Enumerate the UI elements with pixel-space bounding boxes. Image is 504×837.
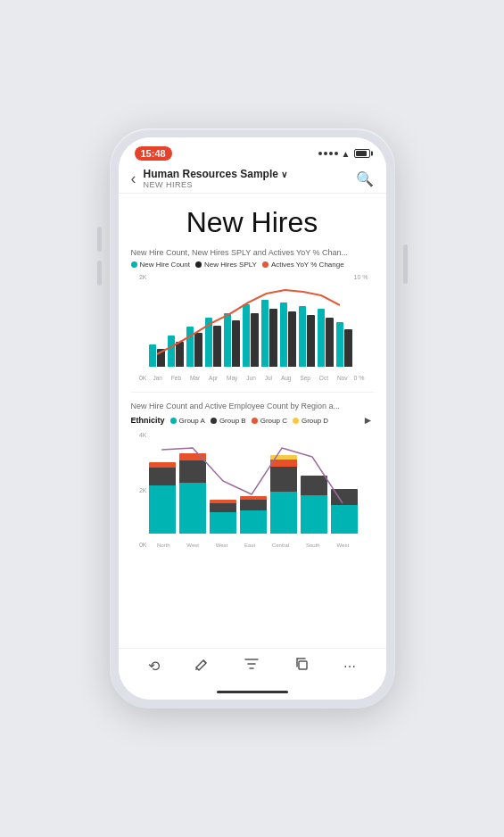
chart2-line-svg: [149, 432, 358, 534]
chart2-next-icon[interactable]: ►: [363, 414, 374, 427]
nav-bar: ‹ Human Resources Sample ∨ NEW HIRES 🔍: [119, 164, 386, 194]
nav-title-text: Human Resources Sample: [144, 168, 278, 180]
legend-dot-sply: [195, 261, 202, 268]
copy-button[interactable]: [293, 656, 310, 676]
highlight-button[interactable]: [194, 656, 210, 676]
chart1-legend: New Hire Count New Hires SPLY Actives Yo…: [131, 261, 374, 269]
undo-button[interactable]: ⟲: [148, 658, 160, 675]
legend-item-groupB: Group B: [211, 417, 246, 425]
chart2-x-labels: North West West East Central South West: [149, 543, 358, 548]
filter-button[interactable]: [244, 656, 260, 676]
legend-dot-actives: [262, 261, 269, 268]
page-content: New Hires New Hire Count, New Hires SPLY…: [119, 194, 386, 648]
status-bar: 15:48 ▲: [119, 137, 386, 164]
home-bar: [217, 691, 288, 693]
legend-dot-groupD: [293, 418, 299, 424]
chart2-section: New Hire Count and Active Employee Count…: [119, 393, 386, 559]
toolbar: ⟲ ⋯: [119, 648, 386, 684]
chart2-title: New Hire Count and Active Employee Count…: [131, 402, 374, 410]
nav-subtitle: NEW HIRES: [144, 180, 356, 189]
legend-dot-groupC: [252, 418, 258, 424]
chart1-y-left: 2K 0K: [131, 274, 147, 381]
legend-item-sply: New Hires SPLY: [195, 261, 257, 269]
search-icon[interactable]: 🔍: [356, 170, 374, 187]
chart1-section: New Hire Count, New Hires SPLY and Activ…: [119, 248, 386, 392]
phone-screen: 15:48 ▲ ‹ Human Resources Sample: [119, 137, 386, 700]
vol-up-button[interactable]: [97, 227, 102, 252]
ethnicity-label: Ethnicity: [131, 416, 165, 425]
legend-label-newhirecount: New Hire Count: [140, 261, 190, 269]
chart1-title: New Hire Count, New Hires SPLY and Activ…: [131, 248, 374, 257]
battery-icon: [354, 149, 370, 158]
status-icons: ▲: [318, 149, 370, 159]
wifi-icon: ▲: [342, 149, 351, 159]
legend-item-actives: Actives YoY % Change: [262, 261, 344, 269]
phone-shell: 15:48 ▲ ‹ Human Resources Sample: [110, 128, 395, 709]
more-button[interactable]: ⋯: [343, 659, 357, 674]
legend-label-sply: New Hires SPLY: [204, 261, 257, 269]
chart1-x-labels: Jan Feb Mar Apr May Jun Jul Aug Sep Oct …: [149, 375, 352, 381]
chart2-area: 4K 2K 0K: [131, 432, 374, 548]
nav-chevron-icon: ∨: [281, 170, 287, 179]
legend-item-groupD: Group D: [293, 417, 328, 425]
svg-rect-0: [299, 661, 307, 669]
chart2-y-left: 4K 2K 0K: [131, 432, 147, 548]
back-button[interactable]: ‹: [131, 170, 136, 188]
signal-icon: [318, 152, 338, 155]
nav-title-block: Human Resources Sample ∨ NEW HIRES: [144, 168, 356, 189]
status-time: 15:48: [135, 146, 172, 161]
legend-label-actives: Actives YoY % Change: [271, 261, 344, 269]
chart1-line-svg: [149, 274, 352, 367]
home-indicator: [119, 684, 386, 700]
chart1-area: 2K 0K 10 % 0 %: [131, 274, 374, 381]
legend-item-groupA: Group A: [170, 417, 205, 425]
chart2-legend-row: Ethnicity Group A Group B Group C: [131, 414, 374, 427]
vol-down-button[interactable]: [97, 261, 102, 286]
legend-dot-groupA: [170, 418, 177, 424]
legend-item-newhirecount: New Hire Count: [131, 261, 190, 269]
nav-title: Human Resources Sample ∨: [144, 168, 356, 180]
page-title: New Hires: [119, 194, 386, 248]
legend-dot-newhirecount: [131, 261, 137, 268]
legend-item-groupC: Group C: [252, 417, 287, 425]
power-button[interactable]: [403, 244, 408, 284]
chart1-y-right: 10 % 0 %: [354, 274, 374, 381]
legend-dot-groupB: [211, 418, 217, 424]
